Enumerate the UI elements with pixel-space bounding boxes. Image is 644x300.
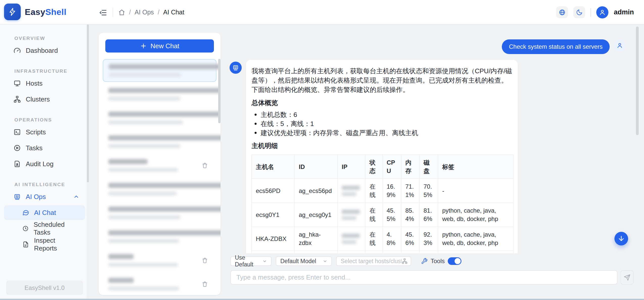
language-button[interactable] <box>556 6 568 18</box>
host-table-header: 磁盘 <box>419 155 438 179</box>
user-name[interactable]: admin <box>614 8 634 16</box>
terminal-icon <box>13 128 21 136</box>
chat-list-item[interactable] <box>103 273 216 295</box>
host-table-cell: 70.5% <box>419 179 438 203</box>
send-icon <box>624 274 631 281</box>
new-chat-button[interactable]: New Chat <box>105 39 214 53</box>
host-table-header: 内存 <box>401 155 419 179</box>
tools-control: Tools <box>421 257 461 265</box>
delete-chat-icon[interactable] <box>201 257 208 264</box>
redacted-ip-cell <box>338 179 365 203</box>
chat-list-item[interactable] <box>103 59 216 82</box>
host-table-cell: ag_ecsg0y1 <box>295 203 338 227</box>
host-table-cell: - <box>438 251 513 254</box>
model-select[interactable]: Default Model <box>276 256 332 266</box>
sidebar-section-ai-intelligence: AI INTELLIGENCE <box>14 182 89 187</box>
host-table-cell: python, cache, java, web, db, docker, ph… <box>438 227 513 251</box>
redacted-chat-preview <box>108 230 220 243</box>
header-divider <box>113 8 113 17</box>
sidebar-item-label: Inspect Reports <box>34 237 80 252</box>
host-table-row: HKA-ZDBXag_hka-zdbx在线4.8%45.6%92.3%pytho… <box>252 227 513 251</box>
target-hosts-select[interactable] <box>336 256 411 266</box>
user-message-avatar <box>614 39 626 52</box>
network-icon <box>13 95 21 103</box>
assistant-message-card: 我将查询平台上的所有主机列表，获取每台主机的在线状态和资源使用情况（CPU/内存… <box>246 60 518 253</box>
chevron-down-icon <box>262 258 267 264</box>
breadcrumb-separator: / <box>129 9 131 16</box>
overview-heading: 总体概览 <box>252 98 513 108</box>
redacted-chat-preview <box>108 254 178 267</box>
host-table-cell: proud-poke-1.localdomain <box>252 251 295 254</box>
breadcrumb-ai-ops[interactable]: AI Ops <box>135 9 154 16</box>
message-input[interactable] <box>230 270 617 285</box>
bot-icon <box>13 193 21 201</box>
home-icon[interactable] <box>118 9 125 16</box>
provider-select[interactable]: Use Default <box>230 256 271 266</box>
clock-icon <box>22 225 29 232</box>
messages-scrollbar-thumb[interactable] <box>636 27 639 135</box>
chat-list-item[interactable] <box>103 130 216 153</box>
chat-list-item[interactable] <box>103 107 216 129</box>
play-circle-icon <box>13 144 21 152</box>
toggle-knob <box>455 258 461 264</box>
redacted-ip-cell <box>338 203 365 227</box>
sidebar-item-tasks[interactable]: Tasks <box>4 141 85 155</box>
host-table-header: ID <box>295 155 338 179</box>
host-table-cell: 在线 <box>365 251 383 254</box>
host-table-cell: HKA-ZDBX <box>252 227 295 251</box>
sidebar-item-dashboard[interactable]: Dashboard <box>4 43 85 58</box>
sidebar-item-clusters[interactable]: Clusters <box>4 92 85 107</box>
bot-icon <box>232 64 239 71</box>
chat-list-item[interactable] <box>103 83 216 106</box>
dark-mode-button[interactable] <box>573 6 585 18</box>
sidebar-collapse-button[interactable] <box>98 8 108 18</box>
host-table-cell: 16.9% <box>383 179 401 203</box>
chat-bubble-icon <box>22 209 29 216</box>
chat-list-scrollbar-thumb[interactable] <box>218 59 220 123</box>
chat-list-item[interactable] <box>103 225 216 248</box>
host-table-cell: 6.1% <box>383 251 401 254</box>
redacted-ip-cell <box>338 227 365 251</box>
host-table-cell: 在线 <box>365 203 383 227</box>
sidebar-scrollbar-thumb[interactable] <box>87 24 89 182</box>
host-table-cell: 85.4% <box>401 203 419 227</box>
host-table-cell: ag_ecs56pd <box>295 179 338 203</box>
sidebar-item-ai-chat[interactable]: AI Chat <box>4 205 85 220</box>
host-table-cell: 92.3% <box>419 227 438 251</box>
delete-chat-icon[interactable] <box>201 162 208 169</box>
model-select-value: Default Model <box>280 258 316 265</box>
redacted-chat-preview <box>108 207 220 219</box>
brand-name: EasyShell <box>25 7 66 17</box>
delete-chat-icon[interactable] <box>201 281 208 288</box>
sidebar-item-hosts[interactable]: Hosts <box>4 76 85 91</box>
sidebar-item-label: Scheduled Tasks <box>34 221 80 236</box>
sidebar-section-overview: OVERVIEW <box>14 36 89 41</box>
chat-list-item[interactable] <box>103 202 216 224</box>
sidebar-scrollbar-track[interactable] <box>87 24 89 300</box>
scroll-to-bottom-button[interactable] <box>614 232 628 245</box>
tools-toggle[interactable] <box>448 257 461 265</box>
chevron-up-icon <box>73 193 80 200</box>
target-hosts-input[interactable] <box>341 258 402 265</box>
chat-list-item[interactable] <box>103 249 216 272</box>
assistant-avatar <box>230 62 242 74</box>
chat-list-item[interactable] <box>103 178 216 201</box>
assistant-intro-text: 我将查询平台上的所有主机列表，获取每台主机的在线状态和资源使用情况（CPU/内存… <box>252 66 513 94</box>
send-button[interactable] <box>621 270 634 285</box>
chat-list-item[interactable] <box>103 154 216 177</box>
sidebar-item-inspect-reports[interactable]: Inspect Reports <box>4 237 85 252</box>
host-table-cell: 45.6% <box>401 227 419 251</box>
sidebar-item-ai-ops[interactable]: AI Ops <box>4 189 85 204</box>
gauge-icon <box>13 47 21 54</box>
sidebar-item-scheduled-tasks[interactable]: Scheduled Tasks <box>4 221 85 236</box>
breadcrumb-separator: / <box>158 9 159 16</box>
composer-options-row: Use Default Default Model Tools <box>230 256 461 266</box>
audit-file-icon <box>13 160 21 168</box>
sidebar-item-audit-log[interactable]: Audit Log <box>4 157 85 171</box>
user-avatar[interactable] <box>596 6 608 18</box>
composer-input-row <box>230 270 634 285</box>
redacted-chat-preview <box>108 183 220 195</box>
host-table-header: 状态 <box>365 155 383 179</box>
sidebar-item-label: Clusters <box>26 95 50 103</box>
sidebar-item-scripts[interactable]: Scripts <box>4 125 85 139</box>
